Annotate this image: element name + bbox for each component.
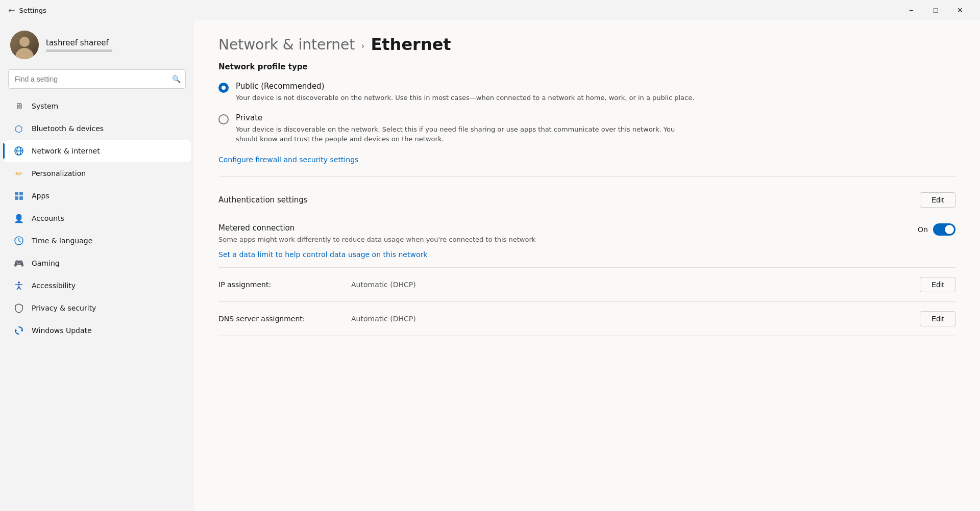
dns-key: DNS server assignment:	[218, 315, 351, 323]
svg-rect-6	[19, 196, 23, 200]
time-icon	[13, 235, 24, 246]
apps-icon	[13, 190, 24, 201]
sidebar-item-label-personalization: Personalization	[32, 169, 86, 177]
public-label: Public (Recommended)	[236, 82, 694, 91]
title-bar: ← Settings − □ ✕	[0, 0, 980, 20]
auth-label: Authentication settings	[218, 195, 308, 205]
sidebar-item-accounts[interactable]: 👤 Accounts	[3, 208, 191, 229]
metered-label: Metered connection	[218, 223, 535, 233]
sidebar-item-label-accounts: Accounts	[32, 214, 64, 222]
private-radio-button[interactable]	[218, 114, 229, 124]
sidebar-item-label-apps: Apps	[32, 192, 50, 200]
private-text-group: Private Your device is discoverable on t…	[236, 113, 695, 144]
dns-edit-button[interactable]: Edit	[920, 311, 955, 326]
sidebar-item-label-accessibility: Accessibility	[32, 282, 76, 290]
sidebar-item-apps[interactable]: Apps	[3, 185, 191, 207]
metered-link-container: Set a data limit to help control data us…	[218, 249, 955, 259]
metered-desc: Some apps might work differently to redu…	[218, 236, 535, 243]
user-name: tashreef shareef	[46, 38, 112, 47]
user-progress-bar	[46, 49, 112, 52]
sidebar-item-label-time: Time & language	[32, 237, 92, 245]
svg-marker-16	[15, 329, 17, 332]
private-label: Private	[236, 113, 695, 122]
search-input[interactable]	[8, 69, 186, 89]
app-body: tashreef shareef 🔍 🖥 System ⬡ Bluetooth …	[0, 20, 980, 511]
accounts-icon: 👤	[13, 213, 24, 224]
breadcrumb-parent[interactable]: Network & internet	[218, 36, 355, 53]
profile-section-title: Network profile type	[218, 62, 955, 71]
private-radio-option[interactable]: Private Your device is discoverable on t…	[218, 113, 955, 144]
sidebar-item-label-system: System	[32, 102, 58, 110]
minimize-button[interactable]: −	[899, 2, 923, 18]
bluetooth-icon: ⬡	[13, 123, 24, 134]
close-button[interactable]: ✕	[948, 2, 972, 18]
sidebar-item-label-gaming: Gaming	[32, 259, 60, 267]
update-icon	[13, 325, 24, 336]
search-icon: 🔍	[172, 75, 181, 83]
breadcrumb-separator: ›	[361, 40, 364, 51]
private-desc: Your device is discoverable on the netwo…	[236, 124, 695, 144]
sidebar-item-label-bluetooth: Bluetooth & devices	[32, 124, 104, 133]
svg-rect-4	[19, 192, 23, 195]
public-text-group: Public (Recommended) Your device is not …	[236, 82, 694, 103]
privacy-icon	[13, 302, 24, 314]
ip-assignment-value: Automatic (DHCP)	[351, 280, 920, 289]
sidebar-item-label-network: Network & internet	[32, 147, 100, 155]
sidebar-item-network[interactable]: Network & internet	[3, 140, 191, 162]
sidebar-item-system[interactable]: 🖥 System	[3, 95, 191, 117]
sidebar-item-privacy[interactable]: Privacy & security	[3, 297, 191, 319]
gaming-icon: 🎮	[13, 258, 24, 269]
metered-toggle-label: On	[918, 225, 928, 234]
user-section: tashreef shareef	[0, 20, 194, 67]
accessibility-icon	[13, 280, 24, 291]
sidebar-item-label-update: Windows Update	[32, 326, 92, 335]
avatar-image	[10, 31, 39, 59]
ip-assignment-key: IP assignment:	[218, 280, 351, 289]
user-info: tashreef shareef	[46, 38, 112, 52]
public-radio-button[interactable]	[218, 83, 229, 93]
sidebar-item-bluetooth[interactable]: ⬡ Bluetooth & devices	[3, 118, 191, 139]
sidebar-item-time[interactable]: Time & language	[3, 230, 191, 251]
svg-line-9	[19, 241, 21, 242]
auth-edit-button[interactable]: Edit	[920, 192, 955, 208]
breadcrumb: Network & internet › Ethernet	[194, 20, 980, 62]
system-icon: 🖥	[13, 100, 24, 112]
window-title: Settings	[19, 7, 46, 14]
search-box: 🔍	[8, 69, 186, 89]
svg-rect-3	[15, 192, 18, 195]
back-icon[interactable]: ←	[8, 6, 15, 15]
divider-1	[218, 176, 955, 177]
svg-point-10	[18, 282, 20, 284]
public-desc: Your device is not discoverable on the n…	[236, 93, 694, 103]
window-controls: − □ ✕	[899, 2, 972, 18]
ip-assignment-row: IP assignment: Automatic (DHCP) Edit	[218, 268, 955, 302]
sidebar-item-personalization[interactable]: ✏ Personalization	[3, 163, 191, 184]
svg-rect-5	[15, 196, 18, 200]
metered-toggle[interactable]	[933, 223, 955, 236]
sidebar: tashreef shareef 🔍 🖥 System ⬡ Bluetooth …	[0, 20, 194, 511]
personalization-icon: ✏	[13, 168, 24, 179]
profile-section: Network profile type Public (Recommended…	[218, 62, 955, 164]
svg-marker-15	[21, 329, 22, 332]
content-inner: Network profile type Public (Recommended…	[194, 62, 980, 356]
ip-edit-button[interactable]: Edit	[920, 277, 955, 292]
data-limit-link[interactable]: Set a data limit to help control data us…	[218, 250, 427, 259]
content-area: Network & internet › Ethernet Network pr…	[194, 20, 980, 511]
sidebar-item-accessibility[interactable]: Accessibility	[3, 275, 191, 296]
metered-toggle-container: On	[918, 223, 955, 236]
metered-top: Metered connection Some apps might work …	[218, 223, 955, 243]
dns-row: DNS server assignment: Automatic (DHCP) …	[218, 302, 955, 336]
metered-section: Metered connection Some apps might work …	[218, 215, 955, 268]
dns-value: Automatic (DHCP)	[351, 315, 920, 323]
auth-settings-row: Authentication settings Edit	[218, 185, 955, 215]
avatar[interactable]	[10, 31, 39, 59]
maximize-button[interactable]: □	[924, 2, 947, 18]
network-icon	[13, 145, 24, 157]
breadcrumb-current: Ethernet	[371, 35, 451, 54]
firewall-link[interactable]: Configure firewall and security settings	[218, 156, 358, 164]
sidebar-item-label-privacy: Privacy & security	[32, 304, 96, 312]
public-radio-option[interactable]: Public (Recommended) Your device is not …	[218, 82, 955, 103]
sidebar-item-gaming[interactable]: 🎮 Gaming	[3, 252, 191, 274]
metered-text-group: Metered connection Some apps might work …	[218, 223, 535, 243]
sidebar-item-update[interactable]: Windows Update	[3, 320, 191, 341]
